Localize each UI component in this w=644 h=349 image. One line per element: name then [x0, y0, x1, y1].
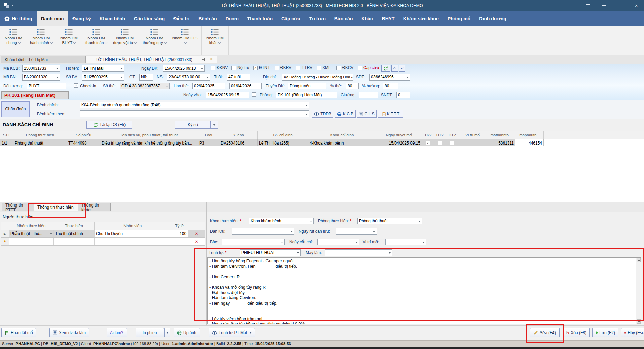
menu-item-kham-suc-khoe[interactable]: Khám sức khỏe: [399, 11, 443, 26]
col-nhom-thuc-hien[interactable]: Nhóm thực hiện: [9, 222, 54, 230]
view-done-services-button[interactable]: Xem dv đã làm: [49, 328, 89, 337]
col-stt[interactable]: STT: [0, 131, 13, 139]
digital-sign-dropdown[interactable]: [211, 121, 218, 129]
cell-thuc-hien[interactable]: Thủ thuật chính: [54, 230, 95, 237]
eye-sequence-button[interactable]: Trình tự PT Mắt: [209, 328, 255, 337]
cls-button[interactable]: C.L.S: [357, 110, 377, 118]
checkbox-dtnt[interactable]: ĐTNT: [253, 65, 270, 70]
phan-tram-huong-field[interactable]: 80: [383, 83, 398, 89]
scroll-up-icon[interactable]: [637, 258, 641, 262]
so-the-field[interactable]: GD 4 38 3822367367: [120, 83, 170, 89]
delete-button[interactable]: Xóa (F8): [563, 328, 590, 337]
phong-thuc-hien-field[interactable]: Phòng thủ thuật: [357, 218, 422, 224]
col-loai[interactable]: Loại: [198, 131, 219, 139]
col-nhan-vien[interactable]: Nhân viên: [95, 222, 171, 230]
ngay-vao-field[interactable]: 15/04/2025 09:15: [206, 92, 249, 98]
menu-item-dinh-duong[interactable]: Dinh dưỡng: [475, 11, 511, 26]
menu-item-cap-cuu[interactable]: Cấp cứu: [277, 11, 305, 26]
col-ngay-duyet-mo[interactable]: Ngày duyệt mổ: [376, 131, 422, 139]
upload-image-button[interactable]: Up ảnh: [174, 328, 200, 337]
sndt-field[interactable]: 0: [396, 92, 410, 98]
checkbox-xml[interactable]: XML: [317, 65, 331, 70]
ribbon-group-dm-thuong-quy[interactable]: Nhóm DMthường quy: [140, 26, 169, 55]
col-bs-chi-dinh[interactable]: BS chỉ định: [258, 131, 308, 139]
giuong-field[interactable]: [359, 92, 378, 98]
delete-row-icon[interactable]: ×: [195, 231, 198, 236]
menu-item-bhyt[interactable]: BHYT: [378, 11, 399, 26]
benh-kem-field[interactable]: [80, 110, 309, 117]
tuoi-field[interactable]: 47 tuổi: [227, 74, 250, 81]
bac-field[interactable]: [222, 239, 285, 245]
trinh-tu-field[interactable]: PHIEUTHUTHUAT: [240, 249, 301, 256]
menu-item-duoc[interactable]: Dược: [221, 11, 243, 26]
performer-row[interactable]: Phẫu thuật - thủ... Thủ thuật chính Chu …: [1, 230, 205, 238]
menu-item-kham-benh[interactable]: Khám bệnh: [95, 11, 130, 26]
checkbox-ht[interactable]: [438, 141, 442, 145]
han-the-tu-field[interactable]: 02/04/2025: [192, 83, 225, 89]
delete-row-icon[interactable]: ×: [195, 239, 198, 244]
checkbox-dkrv[interactable]: ĐKRV: [275, 65, 291, 70]
ribbon-group-dm-cls[interactable]: Nhóm DM CLS: [169, 26, 201, 55]
scroll-down-button[interactable]: [399, 65, 405, 72]
print-dropdown[interactable]: [164, 328, 170, 337]
checkbox-noi-tru[interactable]: Nội trú: [231, 65, 249, 70]
close-icon[interactable]: ×: [631, 1, 642, 10]
col-so-phieu[interactable]: Số phiếu: [67, 131, 100, 139]
performer-new-row[interactable]: ×: [1, 238, 205, 246]
menu-item-danh-muc[interactable]: Danh mục: [37, 11, 68, 26]
pin-tab-icon[interactable]: [202, 57, 207, 62]
ngay-dk-field[interactable]: 15/04/2025 09:13: [163, 65, 205, 72]
col-ht[interactable]: HT?: [434, 131, 446, 139]
tab-thong-tin-thuc-hien[interactable]: Thông tin thực hiện: [34, 203, 78, 211]
phong-field[interactable]: PK 101 (Răng Hàm Mặt): [276, 92, 337, 98]
close-tab-icon[interactable]: ×: [210, 57, 213, 61]
minimize-icon[interactable]: [598, 1, 610, 10]
refresh-button[interactable]: [381, 65, 390, 72]
ma-kcb-field[interactable]: 2500031733: [22, 65, 60, 72]
menu-item-bao-cao[interactable]: Báo cáo: [330, 11, 357, 26]
menu-item-khac[interactable]: Khác: [357, 11, 377, 26]
tddb-button[interactable]: TDDB: [312, 110, 333, 118]
menu-item-he-thong[interactable]: Hệ thống: [0, 11, 37, 26]
ma-bn-field[interactable]: BN23001320: [22, 74, 60, 81]
print-button[interactable]: In phiếu: [136, 328, 164, 337]
may-lam-field[interactable]: [325, 249, 392, 256]
cell-nhom-thuc-hien[interactable]: Phẫu thuật - thủ...: [9, 230, 54, 237]
cell-ty-le[interactable]: 100: [171, 230, 188, 237]
pin-window-icon[interactable]: [582, 1, 594, 10]
dia-chi-field[interactable]: Xã Hoằng Trường - Huyện Hoằng Hóa - Tỉnh: [282, 74, 353, 81]
ribbon-group-dm-khac[interactable]: Nhóm DMkhác: [201, 26, 229, 55]
tab-kham-benh[interactable]: Khám bệnh - Lê Thị Mai: [1, 56, 86, 63]
col-thuc-hien[interactable]: Thực hiện: [53, 222, 95, 230]
tab-thong-tin-khac[interactable]: Thông tin khác: [78, 203, 111, 211]
col-maphauthuat[interactable]: maphauth...: [515, 131, 544, 139]
menu-item-phong-mo[interactable]: Phòng mổ: [443, 11, 475, 26]
dan-luu-field[interactable]: [232, 228, 294, 235]
ribbon-group-dm-duoc-vat-tu[interactable]: Nhóm DMdược vật tư: [110, 26, 140, 55]
reload-list-button[interactable]: Tải lại DS (F5): [86, 121, 132, 129]
procedure-notes-textarea[interactable]: [207, 257, 641, 324]
menu-item-dang-ky[interactable]: Đăng ký: [68, 11, 95, 26]
col-ty-le[interactable]: Tỷ lệ: [171, 222, 188, 230]
restore-icon[interactable]: [614, 1, 626, 10]
checkbox-ttrv[interactable]: TTRV: [296, 65, 312, 70]
save-button[interactable]: Lưu (F2): [592, 328, 618, 337]
checkbox-dkcv[interactable]: ĐKCV: [336, 65, 353, 70]
menu-item-can-lam-sang[interactable]: Cận lâm sàng: [130, 11, 169, 26]
benh-chinh-field[interactable]: K04-Bệnh tủy và mô quanh chân răng (R46): [80, 102, 309, 108]
menu-item-tu-truc[interactable]: Tủ trực: [305, 11, 330, 26]
menu-item-benh-an[interactable]: Bệnh án: [194, 11, 221, 26]
scroll-up-button[interactable]: [391, 65, 398, 72]
han-the-den-field[interactable]: 01/04/2026: [229, 83, 262, 89]
order-row-selected[interactable]: 1/1 Phòng thủ thuật TT444098 Điều trị tủ…: [0, 139, 644, 147]
ngay-sinh-field[interactable]: 23/04/1978 00:00: [167, 74, 210, 81]
doi-tuong-field[interactable]: BHYT: [27, 83, 66, 89]
checkbox-tk[interactable]: [426, 141, 430, 145]
tab-thong-tin-pttt[interactable]: Thông tin PTTT: [2, 203, 34, 211]
checkbox-dknv[interactable]: ĐKNV: [211, 65, 228, 70]
ribbon-group-dm-hanh-chinh[interactable]: Nhóm DMhành chính: [27, 26, 56, 55]
checkbox-check-in[interactable]: [74, 83, 78, 88]
tab-to-trinh-phau-thuat[interactable]: TỜ TRÌNH PHẪU THUẬT, THỦ THUẬT (25000317…: [86, 56, 217, 63]
kttt-button[interactable]: K.T.T.T: [378, 110, 403, 118]
checkbox-dt[interactable]: [450, 141, 454, 145]
